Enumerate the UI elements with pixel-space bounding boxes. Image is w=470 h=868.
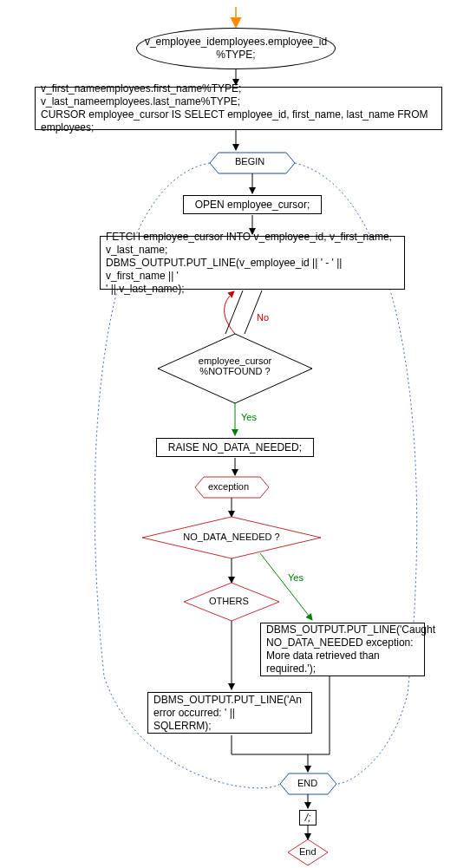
end-label: END [297,778,317,788]
end-terminal-text: End [299,846,317,857]
others-handler-text: DBMS_OUTPUT.PUT_LINE('An error occurred:… [153,694,302,733]
declare-block-text: v_first_nameemployees.first_name%TYPE; v… [41,82,436,134]
fetch-block: FETCH employee_cursor INTO v_employee_id… [100,236,405,290]
fetch-block-text: FETCH employee_cursor INTO v_employee_id… [106,231,399,296]
begin-label: BEGIN [235,156,264,166]
others-handler-box: DBMS_OUTPUT.PUT_LINE('An error occurred:… [147,692,312,734]
declare-block: v_first_nameemployees.first_name%TYPE; v… [35,87,442,130]
notfound-cond-text: employee_cursor %NOTFOUND ? [192,356,278,376]
exception-label: exception [208,481,249,492]
no-label-1: No [257,312,269,323]
ndn-cond-text: NO_DATA_NEEDED ? [179,532,284,542]
declare-ellipse: v_employee_idemployees.employee_id %TYPE… [136,28,336,69]
yes-label-2: Yes [288,572,304,583]
raise-text: RAISE NO_DATA_NEEDED; [168,441,302,454]
slash-text: /; [305,812,311,825]
svg-line-6 [225,290,243,334]
open-cursor-box: OPEN employee_cursor; [183,195,322,214]
declare-ellipse-text: v_employee_idemployees.employee_id %TYPE… [145,36,327,62]
others-cond-text: OTHERS [209,596,249,606]
yes-label-1: Yes [241,412,257,422]
raise-box: RAISE NO_DATA_NEEDED; [156,438,314,457]
open-cursor-text: OPEN employee_cursor; [195,199,310,212]
ndn-handler-box: DBMS_OUTPUT.PUT_LINE('Caught NO_DATA_NEE… [260,623,425,676]
slash-box: /; [299,810,317,826]
ndn-handler-text: DBMS_OUTPUT.PUT_LINE('Caught NO_DATA_NEE… [266,623,435,675]
